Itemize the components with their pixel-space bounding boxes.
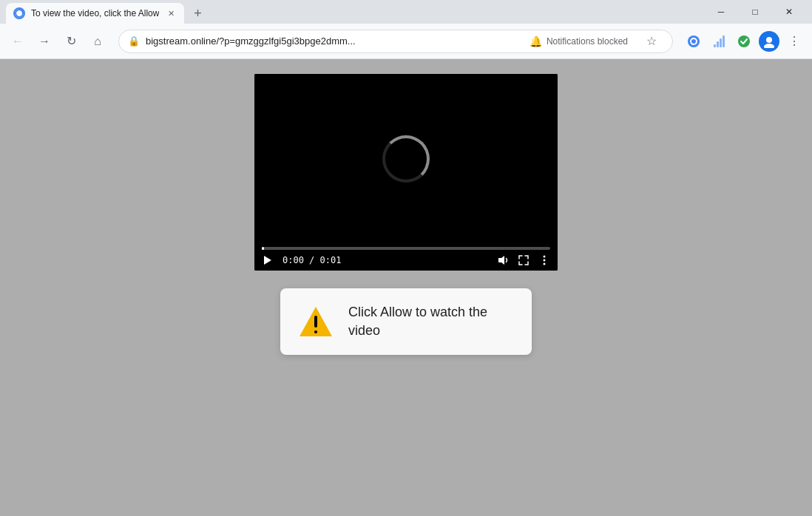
- svg-point-9: [544, 263, 546, 265]
- loading-spinner: [382, 135, 430, 183]
- more-options-button[interactable]: [538, 254, 550, 266]
- svg-point-2: [738, 35, 750, 47]
- user-avatar: [759, 31, 779, 52]
- restore-button[interactable]: □: [738, 0, 772, 24]
- svg-point-8: [544, 259, 546, 262]
- active-tab[interactable]: To view the video, click the Allow ✕: [6, 3, 184, 24]
- play-button[interactable]: [262, 254, 274, 266]
- svg-point-3: [766, 37, 772, 43]
- controls-left: 0:00 / 0:01: [262, 254, 341, 266]
- signal-bar-4: [723, 35, 725, 47]
- close-button[interactable]: ✕: [772, 0, 806, 24]
- lock-icon: 🔒: [128, 35, 140, 47]
- new-tab-button[interactable]: +: [187, 3, 208, 24]
- notification-blocked-label: Notifications blocked: [547, 36, 628, 47]
- svg-point-1: [688, 35, 700, 47]
- mute-button[interactable]: [497, 254, 509, 266]
- video-controls: 0:00 / 0:01: [254, 244, 558, 271]
- video-progress-bar[interactable]: [262, 247, 550, 250]
- progress-fill: [262, 247, 264, 250]
- back-button[interactable]: ←: [6, 30, 30, 53]
- signal-bar-1: [714, 44, 716, 47]
- warning-text-line2: video: [348, 323, 380, 338]
- extension-sync-icon[interactable]: [682, 30, 706, 53]
- warning-text-line1: Click Allow to watch the: [348, 305, 487, 319]
- svg-point-7: [544, 256, 546, 258]
- minimize-button[interactable]: ─: [704, 0, 738, 24]
- bookmark-button[interactable]: ☆: [640, 30, 663, 53]
- toolbar-extensions: ⋮: [682, 30, 806, 53]
- notification-blocked-indicator[interactable]: 🔔 Notifications blocked: [524, 33, 634, 50]
- profile-icon[interactable]: [757, 30, 781, 53]
- chrome-menu-button[interactable]: ⋮: [782, 30, 806, 53]
- signal-bars-icon[interactable]: [707, 30, 731, 53]
- svg-marker-6: [498, 256, 504, 265]
- signal-indicator: [714, 35, 725, 47]
- svg-rect-11: [314, 316, 317, 327]
- notification-blocked-icon: 🔔: [530, 35, 542, 47]
- video-screen[interactable]: [254, 74, 558, 244]
- address-bar[interactable]: 🔒 bigstream.online/?p=gmzggzlfgi5gi3bpge…: [118, 30, 673, 53]
- tab-title: To view the video, click the Allow: [31, 8, 159, 18]
- url-text: bigstream.online/?p=gmzggzlfgi5gi3bpge2d…: [146, 35, 518, 47]
- warning-box: Click Allow to watch the video: [280, 288, 532, 355]
- forward-button[interactable]: →: [33, 30, 56, 53]
- window-controls: ─ □ ✕: [704, 0, 806, 24]
- signal-bar-3: [720, 38, 722, 47]
- time-display: 0:00 / 0:01: [282, 255, 341, 265]
- page-content: 0:00 / 0:01: [0, 59, 812, 516]
- svg-point-4: [764, 44, 774, 48]
- video-player[interactable]: 0:00 / 0:01: [254, 74, 558, 271]
- tab-strip: To view the video, click the Allow ✕ +: [6, 0, 704, 24]
- reload-button[interactable]: ↻: [59, 30, 83, 53]
- fullscreen-button[interactable]: [518, 254, 530, 266]
- signal-bar-2: [717, 41, 719, 47]
- warning-triangle-icon: [298, 304, 334, 339]
- warning-text: Click Allow to watch the video: [348, 303, 487, 340]
- tab-close-button[interactable]: ✕: [165, 7, 177, 19]
- controls-row: 0:00 / 0:01: [262, 253, 550, 271]
- toolbar: ← → ↻ ⌂ 🔒 bigstream.online/?p=gmzggzlfgi…: [0, 24, 812, 59]
- extension-check-icon[interactable]: [732, 30, 756, 53]
- tab-favicon: [13, 7, 25, 19]
- title-bar: To view the video, click the Allow ✕ + ─…: [0, 0, 812, 24]
- svg-rect-12: [314, 330, 317, 333]
- svg-marker-5: [264, 256, 271, 265]
- home-button[interactable]: ⌂: [86, 30, 109, 53]
- controls-right: [497, 254, 550, 266]
- warning-icon-wrap: [298, 304, 334, 339]
